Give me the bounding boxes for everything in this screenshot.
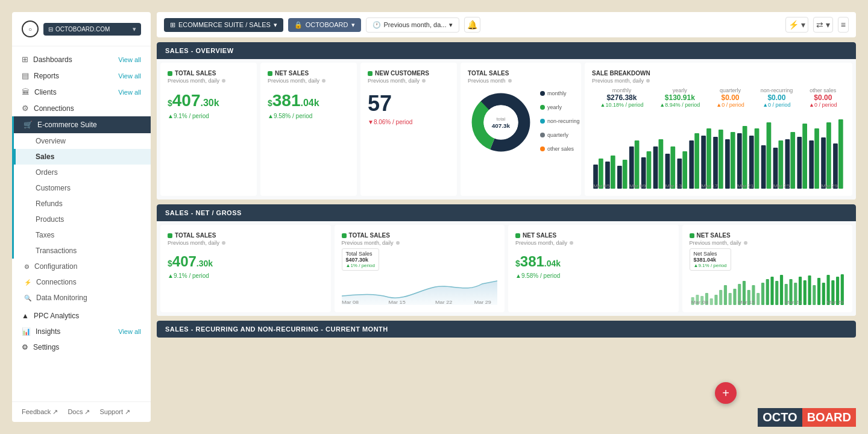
sidebar: ○ ⊟ OCTOBOARD.COM ▾ ⊞ Dashboards View al… xyxy=(12,12,151,422)
domain-selector[interactable]: ⊟ OCTOBOARD.COM ▾ xyxy=(43,23,141,36)
total-sales-line-card: TOTAL SALES Previous month, daily Total … xyxy=(335,225,505,312)
svg-rect-66 xyxy=(728,293,731,305)
nav-sales[interactable]: Sales xyxy=(14,149,151,165)
sidebar-nav: ⊞ Dashboards View all ▤ Reports View all… xyxy=(12,46,151,401)
share-btn[interactable]: ⇄ ▾ xyxy=(813,17,833,33)
nav-refunds[interactable]: Refunds xyxy=(14,196,151,212)
period-selector[interactable]: 🕐 Previous month, da... ▾ xyxy=(366,17,460,33)
new-customers-status-dot xyxy=(368,71,373,76)
svg-rect-62 xyxy=(709,298,712,305)
svg-rect-83 xyxy=(808,275,811,305)
nav-products[interactable]: Products xyxy=(14,212,151,227)
bar-chart-svg: Mar 05 Mar 09 Mar 13 Mar 17 Mar 21 Mar 2… xyxy=(592,110,845,189)
svg-rect-41 xyxy=(809,140,814,189)
svg-rect-37 xyxy=(785,139,790,189)
nav-orders[interactable]: Orders xyxy=(14,165,151,180)
new-customers-change: ▼8.06% / period xyxy=(368,119,450,125)
svg-rect-10 xyxy=(623,160,627,189)
svg-rect-29 xyxy=(737,133,742,189)
svg-text:Mar 08: Mar 08 xyxy=(342,300,359,305)
account-selector[interactable]: 🔒 OCTOBOARD ▾ xyxy=(288,18,361,32)
notify-btn[interactable]: 🔔 xyxy=(464,17,480,33)
domain-label: OCTOBOARD.COM xyxy=(55,26,110,33)
main-content: ⊞ ECOMMERCE SUITE / SALES ▾ 🔒 OCTOBOARD … xyxy=(157,12,856,422)
svg-rect-76 xyxy=(775,281,778,305)
line-dot xyxy=(342,233,347,238)
nav-taxes[interactable]: Taxes xyxy=(14,227,151,243)
nav-connections[interactable]: ⚡ Connections xyxy=(12,274,151,290)
breakdown-nonrecurring: non-recurring $0.00 ▲0 / period xyxy=(761,87,793,108)
svg-rect-34 xyxy=(767,122,772,189)
svg-rect-30 xyxy=(743,126,747,189)
svg-rect-85 xyxy=(817,278,820,305)
sales-net-gross-header: SALES - NET / GROSS xyxy=(157,204,856,221)
insights-view-all[interactable]: View all xyxy=(118,328,141,335)
breakdown-monthly: monthly $276.38k ▲10.18% / period xyxy=(600,87,643,108)
svg-rect-63 xyxy=(714,295,717,305)
sidebar-item-settings[interactable]: ⚙ Settings xyxy=(12,339,151,355)
svg-rect-73 xyxy=(761,283,764,305)
octoboard-logo: OCTO BOARD xyxy=(758,408,856,427)
total-sales-card: TOTAL SALES Previous month, daily $407.3… xyxy=(160,63,257,196)
ppc-icon: ▲ xyxy=(22,312,29,320)
recurring-section: SALES - RECURRING AND NON-RECURRING - CU… xyxy=(157,321,856,338)
svg-rect-26 xyxy=(719,130,723,189)
sales-net-gross-section: SALES - NET / GROSS TOTAL SALES Previous… xyxy=(157,204,856,316)
sidebar-item-ppc[interactable]: ▲ PPC Analytics xyxy=(12,308,151,324)
total-sales-status-dot xyxy=(168,71,172,76)
net-sales-value-card: NET SALES Previous month, daily $381.04k… xyxy=(508,225,679,312)
sidebar-item-insights[interactable]: 📊 Insights View all xyxy=(12,324,151,339)
clients-view-all[interactable]: View all xyxy=(118,89,141,96)
menu-btn[interactable]: ≡ xyxy=(838,17,849,33)
total-sales-main: 407 xyxy=(172,91,201,110)
dashboards-view-all[interactable]: View all xyxy=(118,56,141,63)
docs-link[interactable]: Docs ↗ xyxy=(68,408,90,416)
svg-rect-33 xyxy=(761,145,766,189)
breakdown-yearly: yearly $130.91k ▲8.94% / period xyxy=(659,87,700,108)
nav-data-monitoring[interactable]: 🔍 Data Monitoring xyxy=(12,290,151,306)
svg-rect-27 xyxy=(725,139,730,189)
donut-svg: total 407.3k xyxy=(468,89,534,156)
svg-rect-22 xyxy=(694,133,699,189)
nav-overview[interactable]: Overview xyxy=(14,133,151,149)
nav-configuration[interactable]: ⚙ Configuration xyxy=(12,259,151,274)
svg-text:Mar 21: Mar 21 xyxy=(737,183,754,188)
svg-rect-44 xyxy=(826,122,831,189)
widget-btn[interactable]: ⚡ ▾ xyxy=(785,17,808,33)
net-sales-bar-area: Mar 08 Mar 15 Mar 22 Mar 29 xyxy=(690,272,846,305)
svg-rect-32 xyxy=(755,128,760,189)
clients-icon: 🏛 xyxy=(22,87,30,96)
svg-rect-20 xyxy=(682,151,687,189)
breakdown-info-dot xyxy=(646,79,650,83)
feedback-link[interactable]: Feedback ↗ xyxy=(22,408,58,416)
sidebar-item-clients[interactable]: 🏛 Clients View all xyxy=(12,84,151,100)
topbar: ⊞ ECOMMERCE SUITE / SALES ▾ 🔒 OCTOBOARD … xyxy=(157,12,856,37)
legend-dot-nonrecurring xyxy=(540,119,545,124)
sales-overview-header: SALES - OVERVIEW xyxy=(157,42,856,59)
svg-text:Mar 15: Mar 15 xyxy=(388,300,406,305)
sidebar-item-dashboards[interactable]: ⊞ Dashboards View all xyxy=(12,51,151,68)
svg-rect-43 xyxy=(821,137,826,189)
net-sales-dollar: $ xyxy=(268,98,272,108)
sidebar-item-reports[interactable]: ▤ Reports View all xyxy=(12,68,151,84)
settings-icon: ⚙ xyxy=(22,343,28,351)
svg-rect-46 xyxy=(838,119,843,189)
nav-customers[interactable]: Customers xyxy=(14,180,151,196)
net-sales-decimal: .04k xyxy=(301,98,319,108)
sidebar-item-connections[interactable]: ⚙ Connections xyxy=(12,100,151,116)
total-sales-info-dot xyxy=(222,79,225,83)
support-link[interactable]: Support ↗ xyxy=(100,408,131,416)
sidebar-item-ecommerce[interactable]: 🛒 E-commerce Suite xyxy=(14,116,151,133)
total-sales-change: ▲9.1% / period xyxy=(168,113,250,119)
svg-rect-25 xyxy=(713,137,718,189)
fab-add-button[interactable]: + xyxy=(715,382,737,404)
reports-view-all[interactable]: View all xyxy=(118,72,141,80)
suite-selector[interactable]: ⊞ ECOMMERCE SUITE / SALES ▾ xyxy=(164,18,283,32)
net-sales-main: 381 xyxy=(272,91,301,110)
nav-transactions[interactable]: Transactions xyxy=(14,243,151,259)
config-subnav: ⚙ Configuration ⚡ Connections 🔍 Data Mon… xyxy=(12,259,151,306)
legend-dot-quarterly xyxy=(540,133,545,137)
tooltip-total-sales: Total Sales $407.30k ▲1% / period xyxy=(342,248,379,271)
svg-text:Mar 25: Mar 25 xyxy=(773,183,790,188)
svg-rect-82 xyxy=(803,280,806,305)
